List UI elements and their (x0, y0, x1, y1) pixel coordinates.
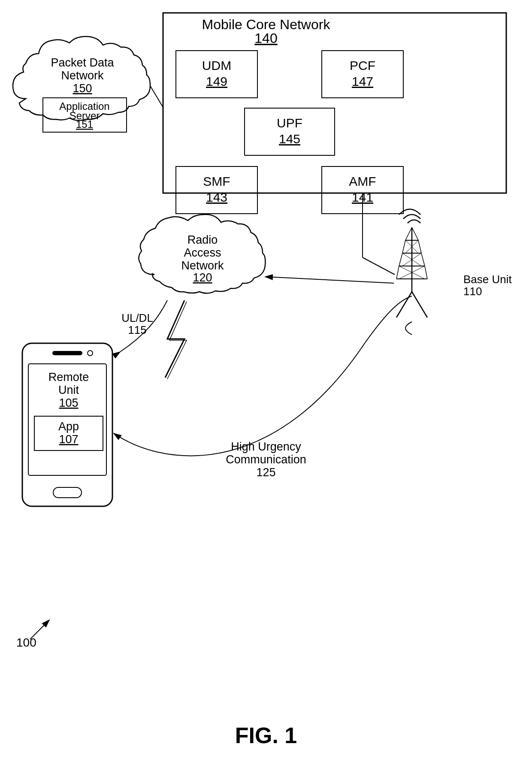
remote-unit-label2: Unit (58, 384, 79, 396)
base-unit-ref: 110 (463, 285, 482, 298)
svg-line-9 (402, 240, 405, 253)
pcf-ref: 147 (352, 74, 373, 88)
ref-100-label: 100 (16, 636, 36, 650)
tower-down-arrow (405, 322, 412, 335)
svg-line-12 (421, 253, 425, 266)
app-label: App (58, 420, 79, 433)
svg-line-10 (418, 240, 421, 253)
mcn-to-ran-line2 (363, 257, 395, 275)
tower-to-ran-arrow (265, 277, 394, 283)
app-ref: 107 (59, 433, 78, 446)
smf-label: SMF (203, 174, 230, 188)
upf-label: UPF (277, 116, 302, 130)
svg-line-8 (412, 227, 418, 240)
smf-ref: 143 (206, 190, 227, 204)
app-server-ref: 151 (76, 118, 93, 130)
mobile-core-network-ref: 140 (254, 30, 277, 46)
ul-dl-lightning (165, 300, 187, 379)
svg-line-5 (396, 292, 412, 317)
svg-line-7 (405, 227, 412, 240)
ran-label1: Radio (187, 233, 218, 246)
svg-line-6 (412, 292, 427, 317)
remote-unit-label1: Remote (48, 371, 89, 384)
pdn-label2: Network (61, 69, 104, 82)
high-urgency-ref: 125 (256, 466, 275, 479)
high-urgency-label2: Communication (226, 453, 306, 466)
figure-label: FIG. 1 (235, 723, 297, 748)
upf-ref: 145 (279, 132, 300, 146)
pdn-label1: Packet Data (51, 56, 114, 69)
amf-label: AMF (349, 174, 376, 188)
svg-rect-24 (52, 351, 82, 355)
base-unit-label: Base Unit (463, 273, 512, 286)
udm-label: UDM (202, 58, 231, 73)
ul-dl-label: UL/DL (121, 311, 153, 324)
pdn-to-mcn-line (150, 86, 163, 107)
ran-label3: Network (181, 259, 224, 272)
high-urgency-arrow (114, 296, 412, 456)
diagram-container: Mobile Core Network 140 UDM 149 PCF 147 … (0, 0, 532, 774)
pdn-ref: 150 (73, 82, 92, 95)
high-urgency-label1: High Urgency (231, 440, 301, 453)
ran-ref: 120 (193, 271, 212, 284)
pcf-label: PCF (350, 58, 375, 73)
svg-line-13 (396, 266, 399, 279)
svg-line-14 (425, 266, 427, 279)
ul-dl-ref: 115 (128, 324, 146, 336)
mobile-core-network-label: Mobile Core Network (202, 17, 331, 32)
udm-ref: 149 (206, 74, 227, 88)
svg-line-11 (399, 253, 402, 266)
ran-label2: Access (184, 246, 221, 259)
remote-unit-ref: 105 (59, 396, 78, 409)
